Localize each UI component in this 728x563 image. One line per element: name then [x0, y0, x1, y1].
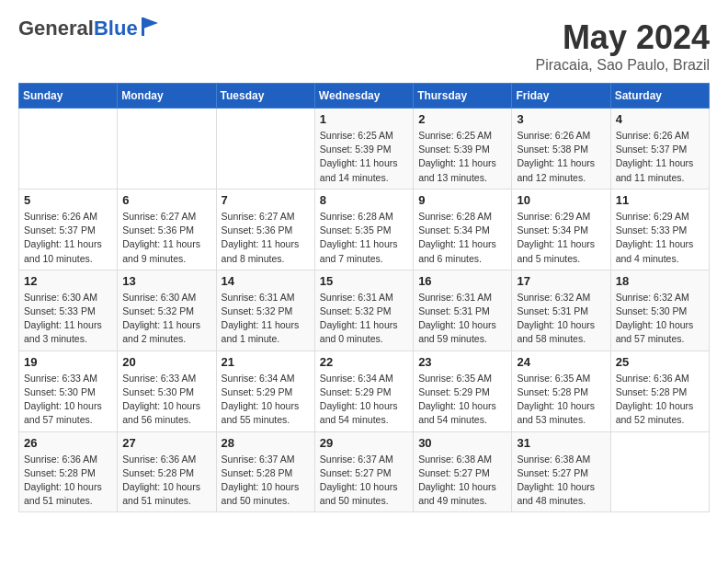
day-info: Sunrise: 6:33 AM Sunset: 5:30 PM Dayligh…: [24, 372, 112, 428]
day-number: 11: [616, 193, 704, 207]
day-number: 28: [222, 436, 310, 450]
day-info: Sunrise: 6:33 AM Sunset: 5:30 PM Dayligh…: [122, 372, 210, 428]
day-info: Sunrise: 6:29 AM Sunset: 5:33 PM Dayligh…: [616, 210, 704, 266]
calendar-week-row: 1Sunrise: 6:25 AM Sunset: 5:39 PM Daylig…: [19, 109, 710, 190]
day-info: Sunrise: 6:27 AM Sunset: 5:36 PM Dayligh…: [222, 210, 310, 266]
day-number: 23: [418, 355, 506, 369]
day-number: 29: [320, 436, 408, 450]
calendar-day-cell: 16Sunrise: 6:31 AM Sunset: 5:31 PM Dayli…: [414, 270, 512, 350]
day-info: Sunrise: 6:35 AM Sunset: 5:28 PM Dayligh…: [517, 372, 605, 428]
logo-text: GeneralBlue: [18, 18, 138, 39]
day-number: 9: [418, 193, 506, 207]
day-number: 6: [122, 193, 210, 207]
calendar-day-cell: 6Sunrise: 6:27 AM Sunset: 5:36 PM Daylig…: [118, 189, 216, 270]
day-number: 25: [616, 355, 704, 369]
weekday-header: Thursday: [414, 84, 512, 109]
day-number: 31: [517, 436, 605, 450]
day-number: 20: [122, 355, 210, 369]
weekday-header: Tuesday: [216, 84, 314, 109]
calendar-day-cell: [118, 109, 216, 190]
calendar-day-cell: [216, 109, 314, 190]
calendar-day-cell: 7Sunrise: 6:27 AM Sunset: 5:36 PM Daylig…: [216, 189, 314, 270]
day-number: 26: [24, 436, 112, 450]
day-info: Sunrise: 6:37 AM Sunset: 5:27 PM Dayligh…: [320, 453, 408, 509]
day-number: 12: [24, 274, 112, 288]
weekday-header: Sunday: [19, 84, 118, 109]
day-number: 13: [122, 274, 210, 288]
subtitle: Piracaia, Sao Paulo, Brazil: [536, 57, 710, 74]
day-info: Sunrise: 6:31 AM Sunset: 5:32 PM Dayligh…: [222, 291, 310, 347]
day-number: 19: [24, 355, 112, 369]
day-info: Sunrise: 6:30 AM Sunset: 5:33 PM Dayligh…: [24, 291, 112, 347]
calendar-table: SundayMondayTuesdayWednesdayThursdayFrid…: [18, 83, 710, 512]
weekday-header: Wednesday: [314, 84, 413, 109]
svg-marker-0: [143, 17, 158, 29]
logo: GeneralBlue: [18, 18, 160, 39]
day-number: 18: [616, 274, 704, 288]
calendar-day-cell: 23Sunrise: 6:35 AM Sunset: 5:29 PM Dayli…: [414, 350, 512, 431]
day-info: Sunrise: 6:32 AM Sunset: 5:30 PM Dayligh…: [616, 291, 704, 347]
day-number: 22: [320, 355, 408, 369]
calendar-day-cell: 9Sunrise: 6:28 AM Sunset: 5:34 PM Daylig…: [414, 189, 512, 270]
calendar-day-cell: 10Sunrise: 6:29 AM Sunset: 5:34 PM Dayli…: [512, 189, 610, 270]
day-info: Sunrise: 6:25 AM Sunset: 5:39 PM Dayligh…: [320, 129, 408, 185]
calendar-day-cell: 4Sunrise: 6:26 AM Sunset: 5:37 PM Daylig…: [610, 109, 709, 190]
day-number: 10: [517, 193, 605, 207]
calendar-header-row: SundayMondayTuesdayWednesdayThursdayFrid…: [19, 84, 710, 109]
day-info: Sunrise: 6:30 AM Sunset: 5:32 PM Dayligh…: [122, 291, 210, 347]
weekday-header: Monday: [118, 84, 216, 109]
calendar-day-cell: 18Sunrise: 6:32 AM Sunset: 5:30 PM Dayli…: [610, 270, 709, 350]
title-section: May 2024 Piracaia, Sao Paulo, Brazil: [536, 18, 710, 74]
calendar-day-cell: 5Sunrise: 6:26 AM Sunset: 5:37 PM Daylig…: [19, 189, 118, 270]
calendar-day-cell: 29Sunrise: 6:37 AM Sunset: 5:27 PM Dayli…: [314, 431, 413, 512]
day-info: Sunrise: 6:31 AM Sunset: 5:32 PM Dayligh…: [320, 291, 408, 347]
day-info: Sunrise: 6:29 AM Sunset: 5:34 PM Dayligh…: [517, 210, 605, 266]
calendar-day-cell: 22Sunrise: 6:34 AM Sunset: 5:29 PM Dayli…: [314, 350, 413, 431]
day-number: 15: [320, 274, 408, 288]
calendar-day-cell: 28Sunrise: 6:37 AM Sunset: 5:28 PM Dayli…: [216, 431, 314, 512]
calendar-day-cell: 12Sunrise: 6:30 AM Sunset: 5:33 PM Dayli…: [19, 270, 118, 350]
calendar-day-cell: 11Sunrise: 6:29 AM Sunset: 5:33 PM Dayli…: [610, 189, 709, 270]
calendar-day-cell: 2Sunrise: 6:25 AM Sunset: 5:39 PM Daylig…: [414, 109, 512, 190]
svg-rect-1: [142, 17, 144, 36]
calendar-day-cell: 1Sunrise: 6:25 AM Sunset: 5:39 PM Daylig…: [314, 109, 413, 190]
logo-general: General: [18, 17, 94, 40]
page-header: GeneralBlue May 2024 Piracaia, Sao Paulo…: [18, 18, 710, 74]
calendar-day-cell: 24Sunrise: 6:35 AM Sunset: 5:28 PM Dayli…: [512, 350, 610, 431]
calendar-day-cell: 13Sunrise: 6:30 AM Sunset: 5:32 PM Dayli…: [118, 270, 216, 350]
day-info: Sunrise: 6:28 AM Sunset: 5:35 PM Dayligh…: [320, 210, 408, 266]
weekday-header: Friday: [512, 84, 610, 109]
day-number: 5: [24, 193, 112, 207]
calendar-day-cell: 30Sunrise: 6:38 AM Sunset: 5:27 PM Dayli…: [414, 431, 512, 512]
day-number: 14: [222, 274, 310, 288]
day-info: Sunrise: 6:26 AM Sunset: 5:37 PM Dayligh…: [24, 210, 112, 266]
day-info: Sunrise: 6:35 AM Sunset: 5:29 PM Dayligh…: [418, 372, 506, 428]
calendar-day-cell: [19, 109, 118, 190]
day-info: Sunrise: 6:37 AM Sunset: 5:28 PM Dayligh…: [222, 453, 310, 509]
day-info: Sunrise: 6:38 AM Sunset: 5:27 PM Dayligh…: [517, 453, 605, 509]
calendar-week-row: 5Sunrise: 6:26 AM Sunset: 5:37 PM Daylig…: [19, 189, 710, 270]
day-info: Sunrise: 6:26 AM Sunset: 5:38 PM Dayligh…: [517, 129, 605, 185]
calendar-day-cell: 21Sunrise: 6:34 AM Sunset: 5:29 PM Dayli…: [216, 350, 314, 431]
calendar-day-cell: 15Sunrise: 6:31 AM Sunset: 5:32 PM Dayli…: [314, 270, 413, 350]
calendar-day-cell: [610, 431, 709, 512]
day-number: 7: [222, 193, 310, 207]
day-number: 3: [517, 112, 605, 126]
day-info: Sunrise: 6:34 AM Sunset: 5:29 PM Dayligh…: [222, 372, 310, 428]
calendar-day-cell: 26Sunrise: 6:36 AM Sunset: 5:28 PM Dayli…: [19, 431, 118, 512]
calendar-day-cell: 20Sunrise: 6:33 AM Sunset: 5:30 PM Dayli…: [118, 350, 216, 431]
day-info: Sunrise: 6:38 AM Sunset: 5:27 PM Dayligh…: [418, 453, 506, 509]
day-number: 21: [222, 355, 310, 369]
day-info: Sunrise: 6:31 AM Sunset: 5:31 PM Dayligh…: [418, 291, 506, 347]
calendar-week-row: 26Sunrise: 6:36 AM Sunset: 5:28 PM Dayli…: [19, 431, 710, 512]
logo-blue: Blue: [94, 17, 138, 40]
weekday-header: Saturday: [610, 84, 709, 109]
calendar-day-cell: 8Sunrise: 6:28 AM Sunset: 5:35 PM Daylig…: [314, 189, 413, 270]
day-number: 17: [517, 274, 605, 288]
day-number: 4: [616, 112, 704, 126]
calendar-day-cell: 17Sunrise: 6:32 AM Sunset: 5:31 PM Dayli…: [512, 270, 610, 350]
day-number: 1: [320, 112, 408, 126]
day-info: Sunrise: 6:28 AM Sunset: 5:34 PM Dayligh…: [418, 210, 506, 266]
day-number: 2: [418, 112, 506, 126]
main-title: May 2024: [536, 18, 710, 57]
